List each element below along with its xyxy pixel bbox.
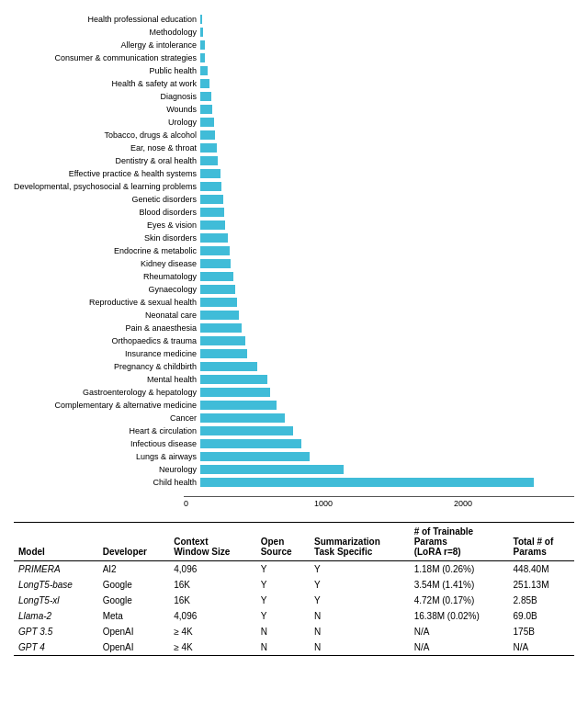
bar-row-34: [200, 450, 574, 463]
table-cell-0-1: AI2: [98, 561, 170, 578]
table-cell-3-1: Meta: [98, 608, 170, 624]
y-label-33: Infectious disease: [130, 437, 197, 450]
table-cell-4-4: N: [310, 624, 410, 639]
table-header-cell-4: Summarization Task Specific: [310, 523, 410, 561]
table-cell-1-3: Y: [256, 577, 310, 593]
table-cell-1-5: 3.54M (1.41%): [410, 577, 509, 593]
table-header-cell-6: Total # of Params: [509, 523, 574, 561]
table-row-3: Llama-2Meta4,096YN16.38M (0.02%)69.0B: [14, 608, 574, 624]
table-cell-0-3: Y: [256, 561, 310, 578]
table-cell-3-2: 4,096: [169, 608, 255, 624]
bar-15: [200, 208, 224, 217]
bar-row-24: [200, 322, 574, 334]
table-cell-4-6: 175B: [509, 624, 574, 639]
section-b: ModelDeveloperContext Window SizeOpen So…: [14, 522, 574, 656]
chart-container: Health professional educationMethodology…: [14, 13, 574, 489]
table-cell-1-0: LongT5-base: [14, 577, 98, 593]
table-cell-2-4: Y: [310, 593, 410, 608]
bar-36: [200, 478, 534, 487]
y-label-8: Urology: [168, 116, 197, 129]
y-label-32: Heart & circulation: [130, 424, 198, 437]
bar-8: [200, 118, 214, 127]
y-label-21: Gynaecology: [149, 283, 198, 296]
y-label-28: Mental health: [147, 373, 197, 386]
table-cell-3-6: 69.0B: [509, 608, 574, 624]
y-label-2: Allergy & intolerance: [121, 39, 198, 51]
y-label-12: Effective practice & health systems: [69, 167, 197, 180]
y-label-16: Eyes & vision: [147, 219, 197, 232]
bar-row-16: [200, 219, 574, 232]
table-cell-1-1: Google: [98, 577, 170, 593]
y-label-19: Kidney disease: [141, 257, 197, 270]
table-row-1: LongT5-baseGoogle16KYY3.54M (1.41%)251.1…: [14, 577, 574, 593]
y-label-14: Genetic disorders: [132, 193, 198, 206]
y-label-30: Complementary & alternative medicine: [55, 399, 198, 412]
y-label-4: Public health: [150, 64, 198, 77]
y-label-23: Neonatal care: [145, 309, 197, 322]
y-label-10: Ear, nose & throat: [130, 141, 197, 154]
table-row-0: PRIMERAAI24,096YY1.18M (0.26%)448.40M: [14, 561, 574, 578]
bar-12: [200, 169, 220, 178]
y-label-26: Insurance medicine: [125, 347, 197, 360]
bar-row-35: [200, 463, 574, 476]
bar-row-26: [200, 347, 574, 360]
table-cell-2-3: Y: [256, 593, 310, 608]
bar-1: [200, 28, 203, 37]
bar-35: [200, 465, 343, 474]
bar-row-32: [200, 424, 574, 437]
chart-wrapper: Health professional educationMethodology…: [14, 13, 574, 511]
bar-row-31: [200, 412, 574, 424]
y-label-35: Neurology: [159, 463, 197, 476]
y-label-11: Dentistry & oral health: [116, 154, 198, 167]
table-cell-1-2: 16K: [169, 577, 255, 593]
bar-row-13: [200, 180, 574, 193]
bar-5: [200, 79, 209, 88]
y-label-5: Health & safety at work: [112, 77, 198, 90]
bar-25: [200, 336, 245, 345]
bar-row-30: [200, 399, 574, 412]
bar-row-21: [200, 283, 574, 296]
bar-20: [200, 272, 233, 281]
table-cell-2-6: 2.85B: [509, 593, 574, 608]
table-cell-4-1: OpenAI: [98, 624, 170, 639]
y-label-7: Wounds: [166, 103, 197, 116]
y-label-36: Child health: [153, 476, 198, 489]
bar-33: [200, 439, 301, 448]
y-label-34: Lungs & airways: [136, 450, 197, 463]
bar-row-33: [200, 437, 574, 450]
bar-row-5: [200, 77, 574, 90]
x-tick: 0: [184, 499, 188, 508]
table-cell-0-6: 448.40M: [509, 561, 574, 578]
table-cell-1-6: 251.13M: [509, 577, 574, 593]
table-cell-2-0: LongT5-xl: [14, 593, 98, 608]
bar-14: [200, 195, 222, 204]
y-label-27: Pregnancy & childbirth: [114, 360, 197, 373]
table-header-cell-2: Context Window Size: [169, 523, 255, 561]
bar-6: [200, 92, 211, 101]
table-cell-0-0: PRIMERA: [14, 561, 98, 578]
bar-0: [200, 15, 202, 24]
bar-18: [200, 246, 230, 255]
y-label-1: Methodology: [150, 26, 198, 39]
y-label-22: Reproductive & sexual health: [89, 296, 197, 309]
y-label-13: Developmental, psychosocial & learning p…: [14, 180, 197, 193]
bar-19: [200, 259, 231, 268]
table-body: PRIMERAAI24,096YY1.18M (0.26%)448.40MLon…: [14, 561, 574, 656]
bar-16: [200, 220, 225, 230]
table-cell-2-5: 4.72M (0.17%): [410, 593, 509, 608]
bar-row-9: [200, 129, 574, 141]
bar-row-29: [200, 386, 574, 399]
table-cell-1-4: Y: [310, 577, 410, 593]
table-cell-4-3: N: [256, 624, 310, 639]
table-row-5: GPT 4OpenAI≥ 4KNNN/AN/A: [14, 639, 574, 656]
y-label-15: Blood disorders: [140, 206, 198, 219]
y-label-17: Skin disorders: [144, 232, 197, 244]
table-cell-5-4: N: [310, 639, 410, 656]
table-cell-3-5: 16.38M (0.02%): [410, 608, 509, 624]
table-cell-3-3: Y: [256, 608, 310, 624]
y-label-9: Tobacco, drugs & alcohol: [105, 129, 198, 141]
table-row-2: LongT5-xlGoogle16KYY4.72M (0.17%)2.85B: [14, 593, 574, 608]
bar-row-15: [200, 206, 574, 219]
table-header-row: ModelDeveloperContext Window SizeOpen So…: [14, 523, 574, 561]
y-label-31: Cancer: [170, 412, 197, 424]
